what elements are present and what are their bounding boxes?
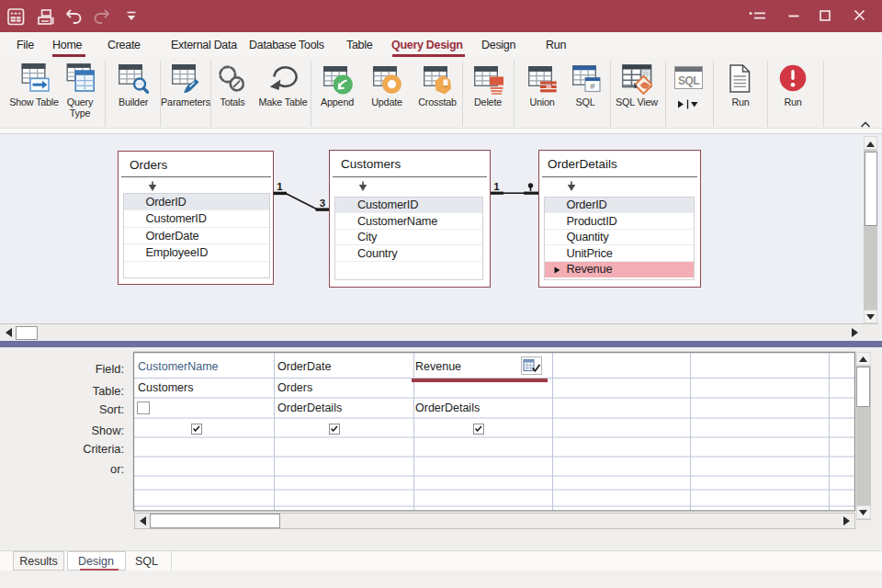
svg-text:1: 1 [277, 181, 283, 192]
svg-text:1: 1 [493, 181, 500, 192]
svg-text:3: 3 [320, 198, 325, 209]
svg-text:#: # [590, 81, 595, 91]
